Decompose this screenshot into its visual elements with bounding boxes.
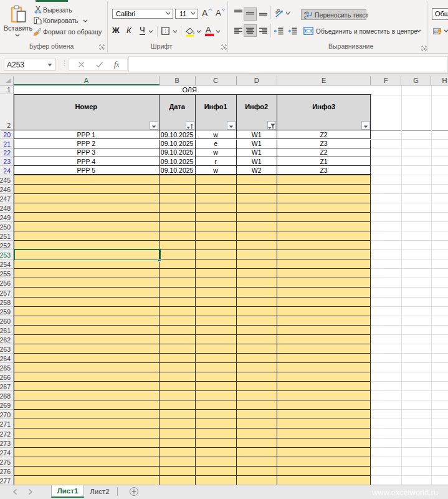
svg-text:ab: ab <box>274 8 282 15</box>
svg-text:ab: ab <box>304 11 309 15</box>
svg-text:c: c <box>304 15 307 19</box>
